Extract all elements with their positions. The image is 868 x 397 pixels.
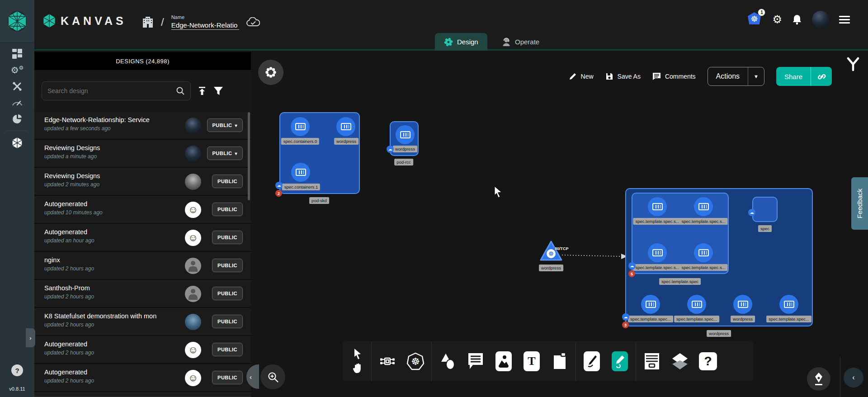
container-node[interactable]: [694, 197, 713, 216]
operate-tab-icon: [502, 38, 511, 47]
comment-tool[interactable]: [462, 347, 490, 375]
help-button[interactable]: ?: [11, 364, 23, 376]
visibility-chip[interactable]: PUBLIC: [212, 315, 243, 328]
sidebar-item-settings[interactable]: ⚙⚙: [0, 62, 34, 78]
design-owner-avatar: [185, 118, 201, 134]
sidebar-item-catalog[interactable]: [0, 111, 34, 127]
container-node[interactable]: [641, 295, 660, 314]
design-list-item[interactable]: Reviewing Designs updated 2 minutes ago …: [34, 168, 251, 196]
design-name-input[interactable]: [171, 21, 239, 30]
hamburger-menu-icon[interactable]: [839, 16, 850, 24]
drawer-tool[interactable]: [638, 347, 666, 375]
layers-tool[interactable]: [666, 347, 694, 375]
node-group-pod-skd[interactable]: spec.containers.0 wordpress spec.contain…: [279, 112, 360, 194]
tab-operate[interactable]: Operate: [493, 33, 548, 51]
feedback-tab[interactable]: Feedback: [851, 177, 868, 230]
node-group-pod-rcc[interactable]: wordpress ☁: [390, 121, 419, 156]
visibility-chip[interactable]: PUBLIC: [207, 118, 243, 132]
visibility-chip[interactable]: PUBLIC: [207, 147, 243, 160]
node-group-spec-template-spec[interactable]: spec.template.spec.s... spec.template.sp…: [632, 193, 729, 274]
tab-design[interactable]: Design: [435, 33, 487, 51]
design-list-item[interactable]: K8 Statefulset demonstration with mon up…: [34, 308, 251, 336]
shapes-icon: [439, 353, 456, 370]
actions-caret-button[interactable]: ▼: [748, 67, 764, 85]
zoom-in-button[interactable]: [260, 364, 285, 389]
filter-icon[interactable]: [213, 86, 223, 95]
copy-link-button[interactable]: [811, 67, 832, 86]
design-list-item[interactable]: Autogenerated updated 2 hours ago PUBLIC: [34, 336, 251, 364]
container-node[interactable]: [336, 117, 355, 136]
design-list-item[interactable]: Reviewing Designs updated a minute ago P…: [34, 140, 251, 168]
visibility-chip[interactable]: PUBLIC: [212, 175, 243, 188]
pan-hand-tool[interactable]: [353, 363, 363, 374]
share-button[interactable]: Share: [776, 67, 811, 86]
node-spec[interactable]: [752, 197, 778, 222]
design-tab-icon: [444, 38, 453, 47]
service-node-wordpress[interactable]: ☸: [539, 240, 563, 262]
k8s-context-switcher[interactable]: ☸ 1: [747, 12, 762, 27]
actions-dropdown: Actions ▼: [708, 67, 764, 86]
sidebar-item-toolkit[interactable]: [0, 78, 34, 95]
sidebar-item-kanvas[interactable]: [0, 135, 34, 151]
save-as-button[interactable]: Save As: [605, 72, 641, 80]
container-node[interactable]: [733, 295, 752, 314]
visibility-chip[interactable]: PUBLIC: [212, 203, 243, 216]
visibility-chip[interactable]: PUBLIC: [212, 259, 243, 272]
settings-gear-icon[interactable]: ⚙: [772, 14, 782, 25]
import-design-icon[interactable]: [197, 86, 207, 96]
comments-button[interactable]: Comments: [652, 72, 696, 80]
search-icon[interactable]: [176, 86, 185, 95]
design-list-item[interactable]: Autogenerated updated 2 hours ago PUBLIC: [34, 364, 251, 392]
design-list-item[interactable]: Edge-Network-Relationship: Service updat…: [34, 112, 251, 140]
design-search-box: [42, 81, 191, 100]
design-list-item[interactable]: Santhosh-Prom updated 2 hours ago PUBLIC: [34, 280, 251, 308]
design-list-scrollbar[interactable]: [248, 112, 250, 200]
actions-button[interactable]: Actions: [708, 67, 748, 85]
container-node[interactable]: [396, 125, 415, 144]
container-icon: [738, 301, 748, 308]
container-node[interactable]: [648, 243, 667, 262]
components-tool[interactable]: [373, 347, 401, 375]
hierarchy-y-icon[interactable]: [846, 57, 860, 71]
text-tool[interactable]: T: [518, 347, 546, 375]
design-list-item[interactable]: Autogenerated updated an hour ago PUBLIC: [34, 224, 251, 252]
toolbar-divider: [576, 341, 576, 381]
new-button[interactable]: New: [569, 72, 594, 80]
pen-tool[interactable]: [578, 347, 606, 375]
sidebar-expand-button[interactable]: ›: [26, 328, 35, 347]
sticky-note-tool[interactable]: [546, 347, 574, 375]
shapes-tool[interactable]: [434, 347, 462, 375]
container-node[interactable]: [291, 163, 310, 182]
visibility-chip[interactable]: PUBLIC: [212, 343, 243, 356]
node-group-wordpress-deployment[interactable]: spec.template.spec.s... spec.template.sp…: [625, 188, 813, 326]
sidebar-item-dashboard[interactable]: [0, 46, 34, 62]
cloud-saved-icon: [246, 17, 260, 27]
freehand-draw-tool-active[interactable]: [606, 347, 634, 375]
user-avatar[interactable]: [812, 11, 829, 28]
visibility-chip[interactable]: PUBLIC: [212, 231, 243, 244]
container-node[interactable]: [694, 243, 713, 262]
kanvas-brand[interactable]: KANVAS: [42, 14, 127, 28]
container-node[interactable]: [779, 295, 798, 314]
container-node[interactable]: [291, 117, 310, 136]
container-node[interactable]: [687, 295, 706, 314]
notifications-bell-icon[interactable]: [792, 14, 802, 25]
container-node[interactable]: [648, 197, 667, 216]
design-canvas[interactable]: New Save As Comments Actions ▼ Share: [251, 52, 868, 397]
design-mode-button[interactable]: [807, 367, 830, 391]
right-panel-toggle-button[interactable]: ‹: [844, 368, 863, 388]
visibility-chip[interactable]: PUBLIC: [212, 371, 243, 384]
search-input[interactable]: [47, 87, 176, 95]
meshery-logo-tile[interactable]: [0, 0, 34, 43]
help-tool[interactable]: ?: [694, 347, 722, 375]
pod-badge-icon: ☁: [628, 262, 636, 269]
image-tool[interactable]: [490, 347, 518, 375]
select-cursor-tool[interactable]: [354, 349, 363, 359]
sidebar-item-performance[interactable]: [0, 95, 34, 111]
visibility-chip[interactable]: PUBLIC: [212, 287, 243, 300]
organization-icon[interactable]: [142, 16, 154, 28]
design-list-item[interactable]: Autogenerated updated 10 minutes ago PUB…: [34, 196, 251, 224]
kubernetes-components-tool[interactable]: ☸: [401, 347, 429, 375]
dock-toggle-button[interactable]: [258, 60, 283, 85]
design-list-item[interactable]: nginx updated 2 hours ago PUBLIC: [34, 252, 251, 280]
